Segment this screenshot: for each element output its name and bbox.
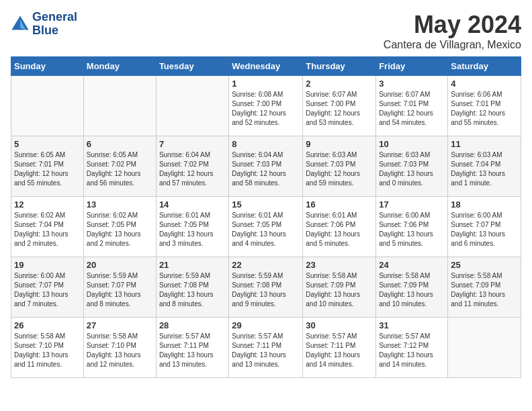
calendar-cell: 15Sunrise: 6:01 AM Sunset: 7:05 PM Dayli… xyxy=(229,197,303,257)
calendar-cell: 13Sunrise: 6:02 AM Sunset: 7:05 PM Dayli… xyxy=(83,197,156,257)
weekday-header-thursday: Thursday xyxy=(303,57,376,76)
day-number: 8 xyxy=(232,139,300,149)
weekday-header-monday: Monday xyxy=(83,57,156,76)
calendar-cell: 22Sunrise: 5:59 AM Sunset: 7:08 PM Dayli… xyxy=(229,257,303,318)
day-number: 26 xyxy=(14,320,81,330)
calendar-cell: 24Sunrise: 5:58 AM Sunset: 7:09 PM Dayli… xyxy=(376,257,448,318)
day-number: 28 xyxy=(159,320,226,330)
day-number: 29 xyxy=(232,320,300,330)
calendar-cell: 30Sunrise: 5:57 AM Sunset: 7:11 PM Dayli… xyxy=(303,318,376,378)
day-number: 27 xyxy=(87,320,153,330)
day-number: 6 xyxy=(87,139,153,149)
calendar-cell: 20Sunrise: 5:59 AM Sunset: 7:07 PM Dayli… xyxy=(83,257,156,318)
calendar-cell: 27Sunrise: 5:58 AM Sunset: 7:10 PM Dayli… xyxy=(83,318,156,378)
day-info: Sunrise: 5:59 AM Sunset: 7:08 PM Dayligh… xyxy=(159,271,226,309)
day-info: Sunrise: 6:04 AM Sunset: 7:02 PM Dayligh… xyxy=(159,150,226,188)
calendar-cell: 1Sunrise: 6:08 AM Sunset: 7:00 PM Daylig… xyxy=(229,76,303,136)
day-info: Sunrise: 5:57 AM Sunset: 7:11 PM Dayligh… xyxy=(232,332,300,369)
day-info: Sunrise: 5:58 AM Sunset: 7:09 PM Dayligh… xyxy=(379,271,445,309)
day-info: Sunrise: 5:57 AM Sunset: 7:11 PM Dayligh… xyxy=(306,332,373,369)
day-info: Sunrise: 5:59 AM Sunset: 7:07 PM Dayligh… xyxy=(87,271,153,309)
calendar-cell: 29Sunrise: 5:57 AM Sunset: 7:11 PM Dayli… xyxy=(229,318,303,378)
day-number: 15 xyxy=(232,199,300,210)
day-number: 17 xyxy=(379,199,445,210)
calendar-cell xyxy=(448,318,521,378)
calendar-cell: 4Sunrise: 6:06 AM Sunset: 7:01 PM Daylig… xyxy=(448,76,521,136)
day-info: Sunrise: 5:58 AM Sunset: 7:10 PM Dayligh… xyxy=(87,332,153,369)
day-info: Sunrise: 6:08 AM Sunset: 7:00 PM Dayligh… xyxy=(232,90,300,128)
calendar-cell xyxy=(156,76,228,136)
day-number: 18 xyxy=(451,199,518,210)
calendar-cell: 12Sunrise: 6:02 AM Sunset: 7:04 PM Dayli… xyxy=(11,197,84,257)
day-number: 19 xyxy=(14,260,81,270)
calendar-cell: 23Sunrise: 5:58 AM Sunset: 7:09 PM Dayli… xyxy=(303,257,376,318)
day-number: 21 xyxy=(159,260,226,270)
day-info: Sunrise: 6:04 AM Sunset: 7:03 PM Dayligh… xyxy=(232,150,300,188)
day-info: Sunrise: 6:03 AM Sunset: 7:03 PM Dayligh… xyxy=(306,150,373,188)
day-info: Sunrise: 5:58 AM Sunset: 7:09 PM Dayligh… xyxy=(306,271,373,309)
calendar-cell: 7Sunrise: 6:04 AM Sunset: 7:02 PM Daylig… xyxy=(156,136,228,197)
weekday-header-sunday: Sunday xyxy=(11,57,84,76)
week-row-5: 26Sunrise: 5:58 AM Sunset: 7:10 PM Dayli… xyxy=(11,318,521,378)
title-area: May 2024 Cantera de Villagran, Mexico xyxy=(384,11,521,51)
logo: General Blue xyxy=(11,11,77,38)
week-row-3: 12Sunrise: 6:02 AM Sunset: 7:04 PM Dayli… xyxy=(11,197,521,257)
calendar-cell: 25Sunrise: 5:58 AM Sunset: 7:09 PM Dayli… xyxy=(448,257,521,318)
day-info: Sunrise: 6:05 AM Sunset: 7:02 PM Dayligh… xyxy=(87,150,153,188)
day-info: Sunrise: 5:59 AM Sunset: 7:08 PM Dayligh… xyxy=(232,271,300,309)
day-number: 13 xyxy=(87,199,153,210)
page-header: General Blue May 2024 Cantera de Villagr… xyxy=(11,11,521,51)
calendar-cell: 6Sunrise: 6:05 AM Sunset: 7:02 PM Daylig… xyxy=(83,136,156,197)
day-info: Sunrise: 5:58 AM Sunset: 7:10 PM Dayligh… xyxy=(14,332,81,369)
day-number: 3 xyxy=(379,79,445,89)
day-number: 30 xyxy=(306,320,373,330)
calendar-cell: 16Sunrise: 6:01 AM Sunset: 7:06 PM Dayli… xyxy=(303,197,376,257)
week-row-1: 1Sunrise: 6:08 AM Sunset: 7:00 PM Daylig… xyxy=(11,76,521,136)
day-info: Sunrise: 6:01 AM Sunset: 7:05 PM Dayligh… xyxy=(159,211,226,248)
day-info: Sunrise: 6:00 AM Sunset: 7:07 PM Dayligh… xyxy=(14,271,81,309)
day-number: 9 xyxy=(306,139,373,149)
day-info: Sunrise: 6:07 AM Sunset: 7:00 PM Dayligh… xyxy=(306,90,373,128)
weekday-header-tuesday: Tuesday xyxy=(156,57,228,76)
calendar-cell: 14Sunrise: 6:01 AM Sunset: 7:05 PM Dayli… xyxy=(156,197,228,257)
calendar-cell: 26Sunrise: 5:58 AM Sunset: 7:10 PM Dayli… xyxy=(11,318,84,378)
calendar-cell xyxy=(83,76,156,136)
day-number: 25 xyxy=(451,260,518,270)
day-info: Sunrise: 6:01 AM Sunset: 7:06 PM Dayligh… xyxy=(306,211,373,248)
month-title: May 2024 xyxy=(384,11,521,39)
week-row-4: 19Sunrise: 6:00 AM Sunset: 7:07 PM Dayli… xyxy=(11,257,521,318)
calendar-cell: 31Sunrise: 5:57 AM Sunset: 7:12 PM Dayli… xyxy=(376,318,448,378)
calendar-cell: 3Sunrise: 6:07 AM Sunset: 7:01 PM Daylig… xyxy=(376,76,448,136)
day-info: Sunrise: 6:01 AM Sunset: 7:05 PM Dayligh… xyxy=(232,211,300,248)
day-number: 20 xyxy=(87,260,153,270)
calendar-cell: 11Sunrise: 6:03 AM Sunset: 7:04 PM Dayli… xyxy=(448,136,521,197)
logo-icon xyxy=(11,15,30,34)
day-number: 11 xyxy=(451,139,518,149)
calendar-cell: 2Sunrise: 6:07 AM Sunset: 7:00 PM Daylig… xyxy=(303,76,376,136)
location-title: Cantera de Villagran, Mexico xyxy=(384,39,521,51)
day-info: Sunrise: 6:05 AM Sunset: 7:01 PM Dayligh… xyxy=(14,150,81,188)
day-number: 22 xyxy=(232,260,300,270)
week-row-2: 5Sunrise: 6:05 AM Sunset: 7:01 PM Daylig… xyxy=(11,136,521,197)
day-number: 14 xyxy=(159,199,226,210)
calendar-cell: 18Sunrise: 6:00 AM Sunset: 7:07 PM Dayli… xyxy=(448,197,521,257)
calendar-cell: 28Sunrise: 5:57 AM Sunset: 7:11 PM Dayli… xyxy=(156,318,228,378)
calendar-cell: 10Sunrise: 6:03 AM Sunset: 7:03 PM Dayli… xyxy=(376,136,448,197)
calendar-table: SundayMondayTuesdayWednesdayThursdayFrid… xyxy=(11,56,521,378)
day-info: Sunrise: 5:58 AM Sunset: 7:09 PM Dayligh… xyxy=(451,271,518,309)
logo-text: General Blue xyxy=(32,11,77,38)
day-number: 1 xyxy=(232,79,300,89)
calendar-cell: 21Sunrise: 5:59 AM Sunset: 7:08 PM Dayli… xyxy=(156,257,228,318)
day-info: Sunrise: 6:06 AM Sunset: 7:01 PM Dayligh… xyxy=(451,90,518,128)
day-info: Sunrise: 6:07 AM Sunset: 7:01 PM Dayligh… xyxy=(379,90,445,128)
day-number: 4 xyxy=(451,79,518,89)
day-info: Sunrise: 5:57 AM Sunset: 7:12 PM Dayligh… xyxy=(379,332,445,369)
day-number: 31 xyxy=(379,320,445,330)
day-number: 23 xyxy=(306,260,373,270)
day-info: Sunrise: 6:00 AM Sunset: 7:07 PM Dayligh… xyxy=(451,211,518,248)
day-info: Sunrise: 5:57 AM Sunset: 7:11 PM Dayligh… xyxy=(159,332,226,369)
day-number: 24 xyxy=(379,260,445,270)
day-number: 5 xyxy=(14,139,81,149)
day-info: Sunrise: 6:02 AM Sunset: 7:05 PM Dayligh… xyxy=(87,211,153,248)
calendar-cell xyxy=(11,76,84,136)
